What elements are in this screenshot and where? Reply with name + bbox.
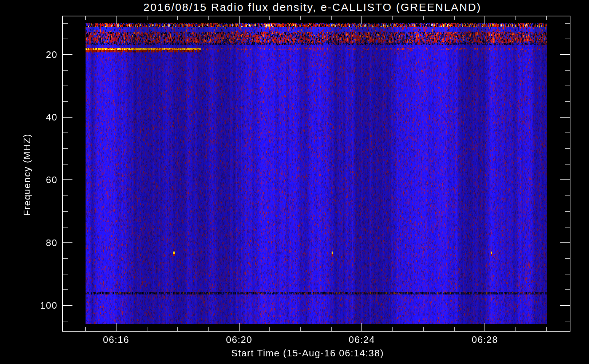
x-tick-label: 06:28 <box>472 334 498 345</box>
axes-frame <box>0 0 589 364</box>
y-axis-label: Frequency (MHZ) <box>21 134 33 216</box>
spectrogram-figure: 2016/08/15 Radio flux density, e-CALLIST… <box>0 0 589 364</box>
x-axis-label: Start Time (15-Aug-16 06:14:38) <box>231 348 384 359</box>
y-tick-label: 40 <box>21 112 58 123</box>
x-tick-label: 06:24 <box>349 334 375 345</box>
y-tick-label: 80 <box>21 237 58 249</box>
y-tick-label: 100 <box>21 300 58 311</box>
y-tick-label: 20 <box>21 49 58 60</box>
x-tick-label: 06:20 <box>226 334 253 345</box>
x-tick-label: 06:16 <box>103 334 130 345</box>
